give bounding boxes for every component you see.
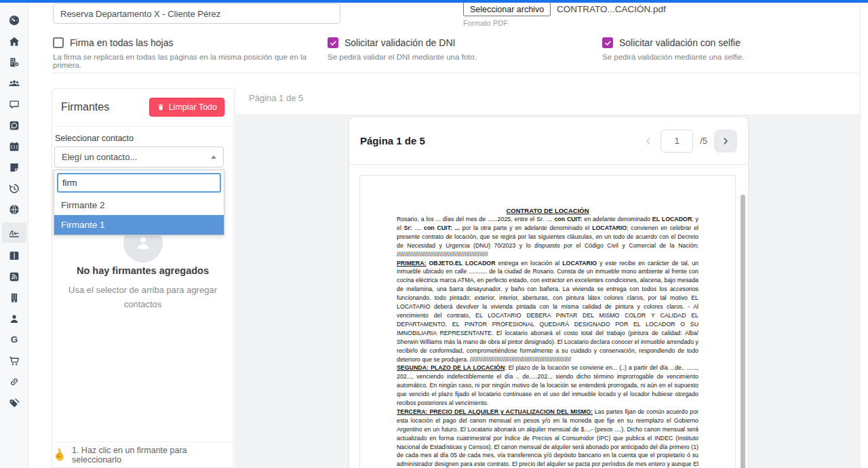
sidebar-item-chat[interactable] <box>5 96 23 113</box>
history-icon <box>8 182 20 195</box>
page-tab-bar: Página 1 de 5 <box>235 87 860 115</box>
contact-select-value: Elegí un contacto... <box>62 152 137 162</box>
sidebar-item-tags[interactable] <box>5 395 23 411</box>
contract-paragraph: TERCERA: PRECIO DEL ALQUILER y ACTUALIZA… <box>397 408 698 468</box>
checkbox-label: Solicitar validación de DNI <box>344 37 455 48</box>
people-icon <box>8 77 20 90</box>
signers-divider <box>52 126 233 127</box>
contact-search-input[interactable] <box>57 173 221 193</box>
note-icon <box>8 161 20 174</box>
sidebar-item-buildings[interactable] <box>5 290 23 306</box>
checkbox-description: La firma se replicará en todas las págin… <box>53 53 319 69</box>
contact-dropdown: Firmante 2Firmante 1 <box>54 170 224 235</box>
hand-pointer-icon: ☝ <box>51 447 68 462</box>
top-progress-bar <box>0 0 868 3</box>
pagination-controls: /5 <box>643 130 737 153</box>
sidebar-item-history[interactable] <box>5 180 23 197</box>
page-tab-label: Página 1 de 5 <box>249 93 303 103</box>
person-icon <box>134 233 153 252</box>
checkbox-validacion-selfie[interactable] <box>602 37 613 48</box>
sidebar-item-contacts[interactable] <box>5 75 23 92</box>
pdf-page-title: Página 1 de 5 <box>360 135 425 147</box>
contract-paragraph: PRIMERA: OBJETO.EL LOCADOR entrega en lo… <box>397 259 698 364</box>
contract-body: Rosario, a los ... días del mes de .....… <box>397 215 698 468</box>
sidebar-item-notes[interactable] <box>5 159 23 176</box>
file-format-helper: Formato PDF <box>463 19 666 27</box>
document-page: CONTRATO DE LOCACIÓN Rosario, a los ... … <box>359 175 736 468</box>
home-icon <box>8 35 20 47</box>
sidebar-item-feed[interactable] <box>5 269 23 285</box>
sidebar-item-profile[interactable] <box>5 311 23 327</box>
kanban-icon <box>8 250 20 262</box>
contact-option[interactable]: Firmante 1 <box>54 215 224 235</box>
next-page-button[interactable] <box>714 130 737 153</box>
signers-panel-title: Firmantes <box>61 101 109 113</box>
page-scrollbar-track[interactable] <box>860 0 868 468</box>
svg-text:G: G <box>10 334 18 345</box>
checkbox-description: Se pedirá validación mediante una selfie… <box>602 53 860 61</box>
file-name: CONTRATO...CACIÓN.pdf <box>557 4 666 14</box>
google-icon: G <box>8 334 20 346</box>
checkbox-label: Firma en todas las hojas <box>70 37 174 48</box>
select-contact-label: Seleccionar contacto <box>55 134 224 143</box>
pdf-viewer-canvas: Página 1 de 5 /5 CONTRATO DE LOCACIÓN <box>235 115 860 468</box>
checkbox-label: Solicitar validación con selfie <box>619 37 741 48</box>
sidebar: G <box>0 3 28 468</box>
globe-icon <box>8 203 20 216</box>
chevron-left-icon <box>643 136 654 147</box>
file-upload-group: Seleccionar archivo CONTRATO...CACIÓN.pd… <box>463 2 666 27</box>
footer-hint-text: 1. Haz clic en un firmante para seleccio… <box>72 446 233 465</box>
document-title-input[interactable] <box>53 3 340 24</box>
person-icon <box>8 313 20 325</box>
sidebar-item-google[interactable]: G <box>5 332 23 348</box>
tag-icon <box>8 397 20 409</box>
sidebar-item-links[interactable] <box>5 374 23 390</box>
caret-up-icon <box>211 155 216 159</box>
contract-paragraph: Rosario, a los ... días del mes de .....… <box>397 215 698 259</box>
sidebar-item-whatsapp[interactable] <box>5 117 23 134</box>
sidebar-item-web[interactable] <box>5 201 23 218</box>
page-total-label: /5 <box>700 136 707 146</box>
clear-all-button[interactable]: Limpiar Todo <box>149 98 224 117</box>
checkbox-validacion-dni[interactable] <box>328 37 338 48</box>
option-validacion-dni: Solicitar validación de DNISe pedirá val… <box>328 37 593 61</box>
calendar-icon <box>8 140 20 153</box>
contact-select[interactable]: Elegí un contacto... <box>54 147 224 168</box>
building-gear-icon <box>8 56 20 69</box>
top-divider <box>53 73 859 73</box>
sidebar-item-signatures[interactable] <box>2 222 26 243</box>
pdf-viewer-card: Página 1 de 5 /5 CONTRATO DE LOCACIÓN <box>349 117 748 468</box>
sidebar-item-home[interactable] <box>5 33 23 50</box>
option-validacion-selfie: Solicitar validación con selfieSe pedirá… <box>602 37 860 61</box>
link-icon <box>8 376 20 388</box>
signers-footer-hint: ☝ 1. Haz clic en un firmante para selecc… <box>52 442 233 467</box>
page-number-input[interactable] <box>660 130 693 153</box>
contract-paragraph: SEGUNDA: PLAZO DE LA LOCACIÓN: El plazo … <box>397 364 698 408</box>
rss-icon <box>8 271 20 283</box>
sidebar-item-dashboard[interactable] <box>5 12 23 28</box>
sidebar-item-properties[interactable] <box>5 54 23 71</box>
chevron-right-icon <box>720 136 731 147</box>
building-icon <box>8 292 20 304</box>
file-select-button[interactable]: Seleccionar archivo <box>463 2 551 16</box>
clear-all-label: Limpiar Todo <box>169 102 217 112</box>
no-signers-title: No hay firmantes agregados <box>52 265 233 276</box>
no-signers-subtitle: Usa el selector de arriba para agregar c… <box>68 284 217 312</box>
contact-options-list: Firmante 2Firmante 1 <box>54 195 224 235</box>
gauge-icon <box>8 14 20 26</box>
signature-icon <box>8 227 20 239</box>
sidebar-item-board[interactable] <box>5 248 23 264</box>
document-scroll-area: CONTRATO DE LOCACIÓN Rosario, a los ... … <box>349 165 748 468</box>
trash-icon <box>157 103 165 111</box>
sidebar-item-marketplace[interactable] <box>5 353 23 369</box>
checkbox-firma-todas-hojas[interactable] <box>53 37 64 48</box>
document-scrollbar-thumb[interactable] <box>741 195 745 468</box>
sidebar-item-calendar[interactable] <box>5 138 23 155</box>
previous-page-button[interactable] <box>643 136 654 147</box>
contract-title: CONTRATO DE LOCACIÓN <box>397 207 698 214</box>
option-firma-todas-hojas: Firma en todas las hojasLa firma se repl… <box>53 37 319 69</box>
contact-option[interactable]: Firmante 2 <box>54 195 224 215</box>
signers-panel: Firmantes Limpiar Todo Seleccionar conta… <box>52 88 234 468</box>
checkbox-description: Se pedirá validar el DNI mediante una fo… <box>328 53 593 61</box>
whatsapp-icon <box>8 119 20 132</box>
